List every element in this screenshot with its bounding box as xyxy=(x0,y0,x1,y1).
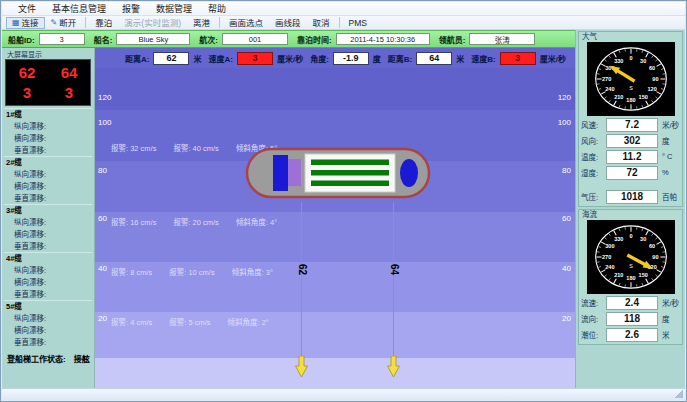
chart-band xyxy=(95,68,575,110)
pressure-label: 气压: xyxy=(581,191,606,202)
current-speed-unit: 米/秒 xyxy=(662,297,679,308)
distance-a-readout: 距离A:62米 xyxy=(125,52,201,65)
alarm-thresholds-row: 报警: 16 cm/s报警: 20 cm/s倾斜角度: 4° xyxy=(111,216,294,227)
deck-stripe xyxy=(311,160,389,166)
toolbar-button-connect[interactable]: ▦连接 xyxy=(6,17,45,29)
toolbar-button-pms[interactable]: PMS xyxy=(343,17,373,29)
ship-name-input[interactable] xyxy=(116,33,190,45)
current-direction-label: 流向: xyxy=(581,313,606,324)
toolbar-button-berth[interactable]: 靠泊 xyxy=(89,17,118,29)
led-row: 6264 xyxy=(6,63,90,83)
distance-b-label: 距离B: xyxy=(388,53,412,64)
svg-text:30: 30 xyxy=(640,236,646,242)
tide-level-label: 潮位: xyxy=(581,329,606,340)
current-speed-label: 流速: xyxy=(581,297,606,308)
menu-item-help[interactable]: 帮助 xyxy=(200,1,234,16)
svg-text:240: 240 xyxy=(605,86,614,92)
axis-tick-right: 100 xyxy=(558,118,571,127)
mooring-distance-label: 62 xyxy=(296,264,308,275)
wind-speed-row: 风速:7.2米/秒 xyxy=(581,117,680,132)
cable-drift-label: 横向漂移: xyxy=(4,229,92,241)
humidity-value: 72 xyxy=(606,166,658,180)
current-direction-gauge: 0306090120150180210240270300330S xyxy=(587,220,675,294)
cable-drift-label: 横向漂移: xyxy=(4,277,92,289)
toolbar-button-disconnect[interactable]: ✎断开 xyxy=(45,17,83,29)
berthing-chart[interactable]: 1201201001008080606040402020报警: 32 cm/s报… xyxy=(95,68,575,388)
main-area: 船舶ID:船名:航次:靠泊时间:领航员: 大屏幕显示 626433 1#缆纵向漂… xyxy=(2,30,685,388)
voyage-input[interactable] xyxy=(222,33,288,45)
cable-drift-label: 纵向漂移: xyxy=(4,169,92,181)
status-bar xyxy=(2,388,685,400)
deck-stripe xyxy=(311,170,389,176)
toolbar-button-depart[interactable]: 离港 xyxy=(187,17,216,29)
toolbar-button-cancel[interactable]: 取消 xyxy=(307,17,336,29)
cable-drift-label: 垂直漂移: xyxy=(4,337,92,349)
axis-tick-right: 20 xyxy=(562,314,571,323)
angle-label: 角度: xyxy=(310,53,329,64)
resize-grip[interactable] xyxy=(674,389,683,398)
svg-text:60: 60 xyxy=(649,243,655,249)
svg-text:S: S xyxy=(629,85,633,91)
current-fields: 流速:2.4米/秒流向:118度潮位:2.6米 xyxy=(581,295,680,342)
menu-item-data-mgmt[interactable]: 数据管理 xyxy=(148,1,200,16)
ship-id-label: 船舶ID: xyxy=(8,34,35,45)
ship-bow xyxy=(400,159,418,187)
toolbar: ▦连接✎断开靠泊演示(实时监测)离港画面选点画线段取消PMS xyxy=(2,16,685,30)
alarm-threshold-text: 报警: 8 cm/s xyxy=(111,266,152,277)
ship-name-label: 船名: xyxy=(94,34,113,45)
axis-tick-right: 60 xyxy=(562,214,571,223)
cable-drift-label: 纵向漂移: xyxy=(4,217,92,229)
distance-b-readout: 距离B:64米 xyxy=(388,52,464,65)
pressure-unit: 百帕 xyxy=(662,191,677,202)
menu-bar: 文件基本信息管理报警数据管理帮助 xyxy=(2,2,685,16)
menu-item-basic-info-mgmt[interactable]: 基本信息管理 xyxy=(44,1,114,16)
axis-tick-right: 120 xyxy=(558,93,571,102)
toolbar-button-draw-line[interactable]: 画线段 xyxy=(269,17,307,29)
berth-time-input[interactable] xyxy=(336,33,430,45)
ship-graphic xyxy=(243,142,435,204)
menu-item-file[interactable]: 文件 xyxy=(10,1,44,16)
berthing-chart-panel: 距离A:62米速度A:3厘米/秒角度:-1.9度距离B:64米速度B:3厘米/秒… xyxy=(95,48,575,388)
cable-drift-sidebar: 大屏幕显示 626433 1#缆纵向漂移:横向漂移:垂直漂移:2#缆纵向漂移:横… xyxy=(2,48,95,388)
led-distance-speed-display: 626433 xyxy=(5,59,91,106)
wind-direction-value: 302 xyxy=(606,134,658,148)
toolbar-separator xyxy=(339,17,340,28)
svg-text:210: 210 xyxy=(614,272,623,278)
ship-id-input[interactable] xyxy=(39,33,85,45)
cable-drift-label: 横向漂移: xyxy=(4,181,92,193)
svg-text:0: 0 xyxy=(629,233,632,239)
alarm-threshold-text: 倾斜角度: 4° xyxy=(236,216,277,227)
current-direction-unit: 度 xyxy=(662,313,670,324)
svg-text:270: 270 xyxy=(601,254,610,260)
ship-stern-block xyxy=(273,155,288,191)
ship-id-field: 船舶ID: xyxy=(8,33,85,45)
wind-speed-value: 7.2 xyxy=(606,118,658,132)
svg-text:330: 330 xyxy=(614,236,623,242)
current-direction-row: 流向:118度 xyxy=(581,311,680,326)
distance-a-value: 62 xyxy=(153,52,189,65)
readout-strip: 距离A:62米速度A:3厘米/秒角度:-1.9度距离B:64米速度B:3厘米/秒 xyxy=(95,48,575,68)
pilot-input[interactable] xyxy=(469,33,535,45)
pilot-field: 领航员: xyxy=(439,33,536,45)
ship-name-field: 船名: xyxy=(94,33,191,45)
toolbar-button-demo-monitor[interactable]: 演示(实时监测) xyxy=(118,17,187,29)
led-value: 3 xyxy=(6,83,48,103)
wind-direction-label: 风向: xyxy=(581,135,606,146)
svg-text:90: 90 xyxy=(652,254,658,260)
current-speed-row: 流速:2.4米/秒 xyxy=(581,295,680,310)
toolbar-button-screen-pick[interactable]: 画面选点 xyxy=(223,17,269,29)
axis-tick-right: 40 xyxy=(562,264,571,273)
environment-panel: 大气 0306090120150180210240270300330S 风速:7… xyxy=(575,30,685,388)
chart-band xyxy=(95,358,575,388)
mooring-anchor-arrow-icon xyxy=(295,356,308,378)
ship-superstructure xyxy=(288,159,301,186)
led-row: 33 xyxy=(6,83,90,103)
led-value: 62 xyxy=(6,63,48,83)
angle-unit: 度 xyxy=(373,53,381,64)
app-window: 文件基本信息管理报警数据管理帮助 ▦连接✎断开靠泊演示(实时监测)离港画面选点画… xyxy=(0,0,687,402)
svg-text:150: 150 xyxy=(638,94,647,100)
speed-a-label: 速度A: xyxy=(208,53,232,64)
led-value: 64 xyxy=(48,63,90,83)
cable-drift-label: 横向漂移: xyxy=(4,133,92,145)
menu-item-alarm[interactable]: 报警 xyxy=(114,1,148,16)
